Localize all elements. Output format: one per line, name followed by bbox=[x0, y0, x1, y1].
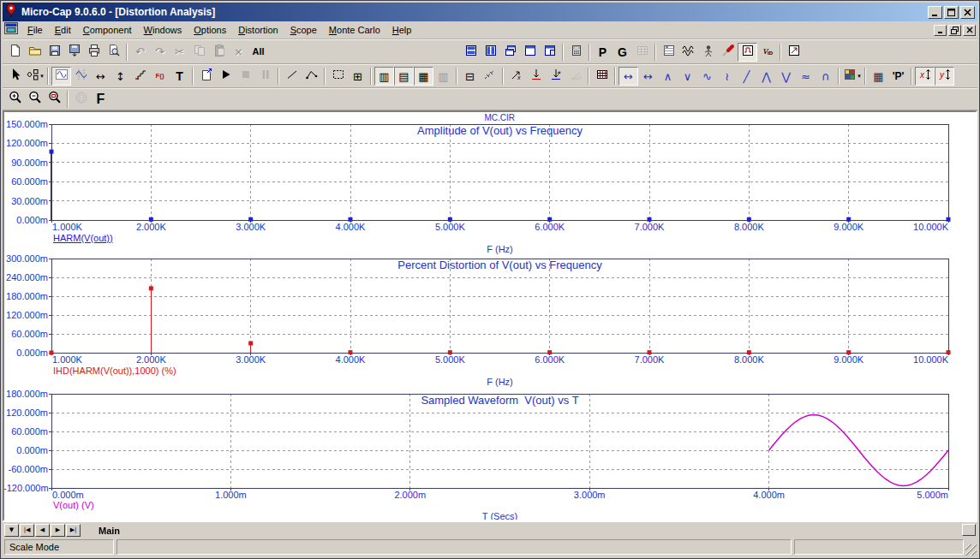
component-panel-button[interactable] bbox=[659, 43, 678, 62]
print-preview-button[interactable] bbox=[104, 43, 123, 62]
last-page-button[interactable]: ▶| bbox=[66, 524, 81, 537]
function-mode-button[interactable]: F() bbox=[150, 67, 170, 86]
window-maximize-button[interactable] bbox=[520, 43, 540, 62]
cut-button[interactable]: ✂ bbox=[170, 43, 189, 62]
graph-paper-button[interactable]: ⊞ bbox=[348, 67, 368, 86]
plot-window-button[interactable] bbox=[738, 43, 757, 62]
zoom-area-button[interactable] bbox=[45, 90, 64, 109]
component-mode-button[interactable]: ▾ bbox=[25, 67, 45, 86]
vertical-grid-toggle-button[interactable]: ▥ bbox=[374, 67, 394, 86]
trackers-button[interactable] bbox=[480, 67, 499, 86]
cursor-mode-button[interactable] bbox=[71, 67, 91, 86]
tab-main[interactable]: Main bbox=[87, 523, 132, 538]
letter-g-button[interactable]: G bbox=[612, 43, 632, 62]
grid-toggle-button[interactable]: ▦ bbox=[414, 67, 433, 86]
paste-button[interactable] bbox=[209, 43, 229, 62]
horizontal-grid-toggle-button[interactable]: ▤ bbox=[394, 67, 414, 86]
minimize-button[interactable] bbox=[928, 6, 942, 19]
save-file-button[interactable] bbox=[45, 43, 64, 62]
probe-person-button[interactable] bbox=[698, 43, 718, 62]
plot-area[interactable]: MC.CIR 150.000m120.000m90.000m60.000m30.… bbox=[4, 112, 976, 520]
horizontal-tag-mode-button[interactable]: ↔ bbox=[91, 67, 111, 86]
tile-vertical-button[interactable] bbox=[481, 43, 500, 62]
zoom-out-button[interactable] bbox=[25, 90, 45, 109]
waveform-sources-button[interactable] bbox=[678, 43, 698, 62]
global-low-button[interactable]: ⋁ bbox=[776, 67, 796, 86]
right-cursor-tag-button[interactable]: # bbox=[546, 67, 565, 86]
delete-button[interactable]: × bbox=[229, 43, 248, 62]
run-button[interactable] bbox=[216, 67, 236, 86]
menu-options[interactable]: Options bbox=[188, 23, 232, 37]
tab-scroll-button[interactable] bbox=[962, 524, 976, 536]
cascade-button[interactable] bbox=[500, 43, 520, 62]
cursor-right-button[interactable]: ↔ bbox=[638, 67, 658, 86]
menu-scope[interactable]: Scope bbox=[284, 23, 323, 37]
go-to-peak-button[interactable]: ∧ bbox=[658, 67, 678, 86]
line-mode-button[interactable] bbox=[282, 67, 302, 86]
close-button[interactable] bbox=[960, 6, 975, 19]
zoom-window-button[interactable] bbox=[784, 43, 804, 62]
tokens-button[interactable] bbox=[592, 67, 612, 86]
menu-help[interactable]: Help bbox=[386, 23, 418, 37]
stop-button[interactable] bbox=[236, 67, 255, 86]
letter-p-button[interactable]: P bbox=[593, 43, 612, 62]
polyline-mode-button[interactable] bbox=[302, 67, 321, 86]
next-page-button[interactable]: ▶ bbox=[51, 524, 65, 537]
screwdriver-tool-button[interactable] bbox=[718, 43, 738, 62]
menu-component[interactable]: Component bbox=[77, 23, 138, 37]
zoom-in-button[interactable] bbox=[5, 90, 25, 109]
performance-tag-mode-button[interactable] bbox=[130, 67, 150, 86]
numeric-output-button[interactable]: ▦ bbox=[869, 67, 888, 86]
globe-button[interactable] bbox=[71, 90, 91, 109]
select-mode-button[interactable] bbox=[5, 67, 25, 86]
save-as-button[interactable] bbox=[64, 43, 84, 62]
envelope-button[interactable]: ≈ bbox=[796, 67, 816, 86]
menu-monte-carlo[interactable]: Monte Carlo bbox=[323, 23, 386, 37]
text-mode-button[interactable]: T bbox=[170, 67, 189, 86]
select-region-button[interactable] bbox=[328, 67, 348, 86]
series-label-2[interactable]: IHD(HARM(V(out)),1000) (%) bbox=[53, 366, 176, 376]
maximize-button[interactable] bbox=[944, 6, 959, 19]
tab-menu-button[interactable]: ▼ bbox=[4, 524, 19, 537]
autoscale-y-button[interactable]: y bbox=[935, 67, 954, 86]
series-label-3[interactable]: V(out) (V) bbox=[53, 500, 94, 510]
prev-page-button[interactable]: ◀ bbox=[35, 524, 50, 537]
single-plot-button[interactable]: ⊟ bbox=[460, 67, 480, 86]
top-of-curve-button[interactable]: ∩ bbox=[816, 67, 835, 86]
go-to-valley-button[interactable]: ∨ bbox=[678, 67, 697, 86]
color-menu-button[interactable]: ▾ bbox=[842, 67, 862, 86]
left-cursor-tag-button[interactable] bbox=[526, 67, 546, 86]
new-file-button[interactable] bbox=[5, 43, 25, 62]
resize-grip[interactable] bbox=[965, 544, 977, 556]
series-label-1[interactable]: HARM(V(out)) bbox=[53, 233, 113, 243]
print-button[interactable] bbox=[84, 43, 104, 62]
window-overlap-button[interactable] bbox=[540, 43, 559, 62]
go-to-slope-button[interactable]: ╱ bbox=[737, 67, 756, 86]
global-high-button[interactable]: ⋀ bbox=[756, 67, 776, 86]
menu-edit[interactable]: Edit bbox=[49, 23, 77, 37]
tile-horizontal-button[interactable] bbox=[461, 43, 481, 62]
pss-button[interactable]: 'P' bbox=[888, 67, 908, 86]
vertical-tag-mode-button[interactable]: ↕ bbox=[111, 67, 130, 86]
first-page-button[interactable]: |◀ bbox=[20, 524, 34, 537]
pause-button[interactable] bbox=[255, 67, 275, 86]
child-minimize-button[interactable] bbox=[934, 25, 947, 36]
child-close-button[interactable] bbox=[963, 25, 976, 36]
document-icon[interactable] bbox=[4, 22, 18, 38]
redo-button[interactable]: ↷ bbox=[150, 43, 170, 62]
open-file-button[interactable] bbox=[25, 43, 45, 62]
letter-f-button[interactable]: F bbox=[91, 90, 111, 109]
go-to-high-button[interactable]: ∿ bbox=[697, 67, 717, 86]
child-restore-button[interactable] bbox=[948, 25, 961, 36]
undo-button[interactable]: ↶ bbox=[130, 43, 150, 62]
charts-canvas[interactable] bbox=[4, 112, 976, 520]
autoscale-x-button[interactable]: x bbox=[915, 67, 935, 86]
data-table-button[interactable] bbox=[632, 43, 652, 62]
go-to-low-button[interactable]: ≀ bbox=[717, 67, 737, 86]
menu-distortion[interactable]: Distortion bbox=[232, 23, 284, 37]
properties-button[interactable] bbox=[196, 67, 216, 86]
cursor-left-button[interactable]: ↔ bbox=[618, 67, 638, 86]
select-all-button[interactable]: All bbox=[248, 43, 268, 62]
point-tag-button[interactable]: x bbox=[506, 67, 526, 86]
menu-windows[interactable]: Windows bbox=[138, 23, 188, 37]
